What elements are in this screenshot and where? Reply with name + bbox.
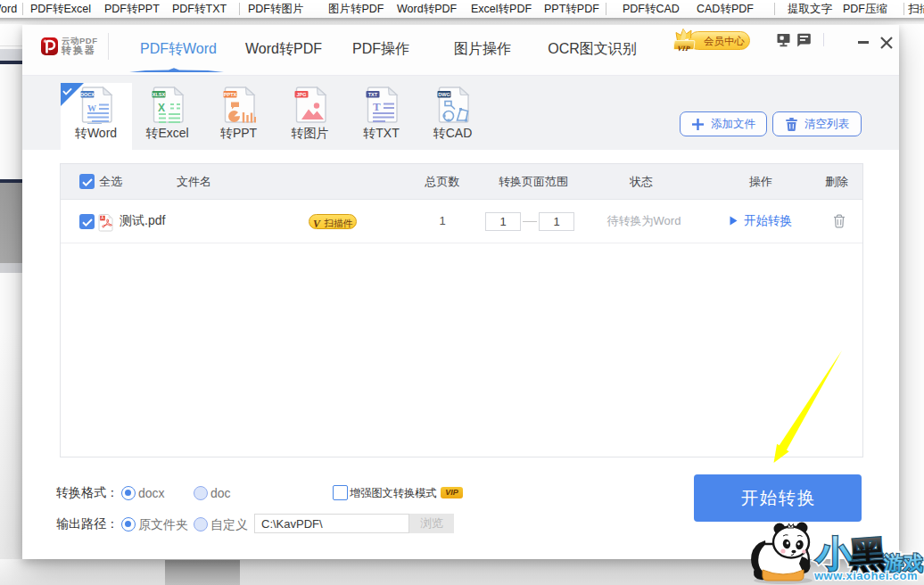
conversion-status: 待转换为Word bbox=[607, 200, 681, 242]
delete-file-icon[interactable] bbox=[833, 214, 846, 228]
background-menu-item[interactable]: Word转PDF bbox=[397, 0, 457, 18]
format-tab-label: 转TXT bbox=[363, 126, 399, 142]
background-menu-item[interactable]: 扫描件识别 bbox=[908, 0, 924, 18]
format-tab-label: 转Excel bbox=[145, 126, 188, 142]
format-tab-转CAD[interactable]: DWG 转CAD bbox=[417, 76, 489, 150]
background-band bbox=[0, 49, 23, 61]
clear-list-label: 清空列表 bbox=[804, 117, 849, 132]
format-tab-转TXT[interactable]: TXT T 转TXT bbox=[346, 76, 417, 150]
background-toolbar-shadow bbox=[0, 18, 924, 24]
feedback-chat-icon[interactable] bbox=[796, 33, 812, 47]
vip-crown-cluster: VIP bbox=[673, 29, 697, 52]
format-tab-转PPT[interactable]: PPTX 转PPT bbox=[203, 76, 275, 150]
background-band bbox=[0, 263, 23, 273]
background-menu-item[interactable]: 提取文字 bbox=[788, 0, 832, 18]
vip-member-center-button[interactable]: VIP 会员中心 bbox=[689, 31, 750, 50]
header-page-range: 转换页面范围 bbox=[499, 164, 568, 200]
radio-source-folder[interactable] bbox=[121, 517, 136, 531]
background-menu-item[interactable]: CAD转PDF bbox=[697, 0, 754, 18]
background-menu-item[interactable]: PDF转Word bbox=[0, 0, 17, 18]
titlebar-separator bbox=[108, 33, 109, 60]
scan-badge-label: 扫描件 bbox=[324, 218, 352, 228]
header-status: 状态 bbox=[630, 164, 653, 200]
background-menu-item[interactable]: PDF转图片 bbox=[248, 0, 304, 18]
format-file-icon: PPTX bbox=[222, 87, 256, 124]
menu-separator bbox=[22, 3, 23, 15]
header-filename: 文件名 bbox=[177, 164, 211, 200]
format-tab-转Word[interactable]: DOCX W 转Word bbox=[61, 83, 132, 150]
enhance-mode-label[interactable]: 增强图文转换模式 bbox=[350, 486, 437, 501]
background-menu-item[interactable]: PDF转CAD bbox=[623, 0, 680, 18]
header-select-all[interactable]: 全选 bbox=[99, 164, 122, 200]
header-action: 操作 bbox=[749, 164, 772, 200]
background-menu-item[interactable]: PDF转TXT bbox=[172, 0, 227, 18]
app-logo-icon bbox=[41, 37, 58, 55]
background-menu-item[interactable]: PDF压缩 bbox=[843, 0, 887, 18]
scan-badge-v: V bbox=[313, 218, 320, 230]
nav-tab-2[interactable]: Word转PDF bbox=[245, 40, 322, 59]
radio-docx[interactable] bbox=[121, 486, 136, 500]
select-all-checkbox[interactable] bbox=[79, 174, 95, 189]
member-center-label: 会员中心 bbox=[704, 35, 745, 48]
background-line bbox=[0, 45, 23, 46]
background-page-bottom bbox=[0, 559, 924, 585]
nav-tab-1[interactable]: PDF转Word bbox=[140, 40, 217, 59]
file-list-panel: 全选 文件名 总页数 转换页面范围 状态 操作 删除 A 测试.pdf V 扫描… bbox=[60, 163, 863, 457]
range-to-input[interactable] bbox=[539, 212, 574, 231]
total-pages-value: 1 bbox=[439, 200, 445, 242]
row-checkbox[interactable] bbox=[79, 214, 95, 229]
background-menu-item[interactable]: PDF转Excel bbox=[30, 0, 91, 18]
background-page-left bbox=[0, 24, 23, 585]
add-files-button[interactable]: 添加文件 bbox=[680, 111, 767, 136]
enhance-mode-checkbox[interactable] bbox=[333, 485, 348, 500]
start-convert-link[interactable]: 开始转换 bbox=[730, 200, 792, 242]
format-tab-label: 转CAD bbox=[433, 126, 473, 142]
play-icon bbox=[730, 216, 738, 226]
check-icon bbox=[82, 178, 93, 186]
minimize-button[interactable] bbox=[854, 29, 872, 52]
nav-tab-5[interactable]: OCR图文识别 bbox=[548, 40, 637, 59]
background-menu-item[interactable]: PDF转PPT bbox=[104, 0, 160, 18]
start-conversion-button[interactable]: 开始转换 bbox=[694, 474, 862, 522]
radio-custom[interactable] bbox=[194, 517, 208, 531]
screen-monitor-icon[interactable] bbox=[776, 33, 791, 47]
vip-text: VIP bbox=[677, 45, 690, 53]
range-from-input[interactable] bbox=[485, 212, 521, 231]
format-tab-label: 转PPT bbox=[220, 126, 257, 142]
clear-list-button[interactable]: 清空列表 bbox=[772, 111, 862, 136]
vip-plate: VIP bbox=[672, 40, 695, 50]
format-file-icon: DWG bbox=[436, 87, 470, 124]
controls-separator bbox=[823, 33, 824, 46]
nav-tab-4[interactable]: 图片操作 bbox=[454, 40, 511, 59]
format-tab-转Excel[interactable]: XLSX X 转Excel bbox=[132, 76, 203, 150]
browse-button[interactable]: 浏览 bbox=[409, 514, 454, 533]
format-tab-label: 转图片 bbox=[292, 126, 329, 142]
header-total-pages: 总页数 bbox=[425, 164, 460, 200]
svg-text:W: W bbox=[87, 103, 96, 112]
radio-doc[interactable] bbox=[194, 486, 208, 500]
svg-text:TXT: TXT bbox=[367, 91, 377, 96]
format-tab-转图片[interactable]: JPG 转图片 bbox=[275, 76, 346, 150]
radio-source-folder-label[interactable]: 原文件夹 bbox=[138, 517, 188, 533]
vip-mini-badge: VIP bbox=[441, 487, 463, 498]
titlebar: 云动PDF 转换器 PDF转WordWord转PDFPDF操作图片操作OCR图文… bbox=[22, 25, 899, 76]
nav-tab-3[interactable]: PDF操作 bbox=[352, 40, 409, 59]
start-convert-label: 开始转换 bbox=[744, 213, 792, 229]
format-file-icon: XLSX X bbox=[151, 87, 185, 124]
background-menu-bar: PDF转WordPDF转ExcelPDF转PPTPDF转TXTPDF转图片图片转… bbox=[0, 0, 924, 18]
format-option-label: 转换格式： bbox=[56, 485, 119, 501]
close-button[interactable] bbox=[877, 29, 896, 52]
background-menu-item[interactable]: PPT转PDF bbox=[544, 0, 599, 18]
desktop: PDF转WordPDF转ExcelPDF转PPTPDF转TXTPDF转图片图片转… bbox=[0, 0, 924, 585]
format-file-icon: DOCX W bbox=[79, 87, 113, 124]
background-menu-item[interactable]: 图片转PDF bbox=[328, 0, 384, 18]
radio-custom-label[interactable]: 自定义 bbox=[210, 517, 248, 533]
background-menu-item[interactable]: Excel转PDF bbox=[471, 0, 532, 18]
app-name-line2: 转换器 bbox=[62, 45, 98, 55]
radio-docx-label[interactable]: docx bbox=[138, 486, 165, 500]
check-icon bbox=[82, 218, 93, 227]
app-name-line1: 云动PDF bbox=[62, 37, 98, 45]
output-path-input[interactable] bbox=[254, 514, 409, 533]
radio-doc-label[interactable]: doc bbox=[210, 486, 231, 500]
background-gray-block bbox=[0, 183, 23, 263]
